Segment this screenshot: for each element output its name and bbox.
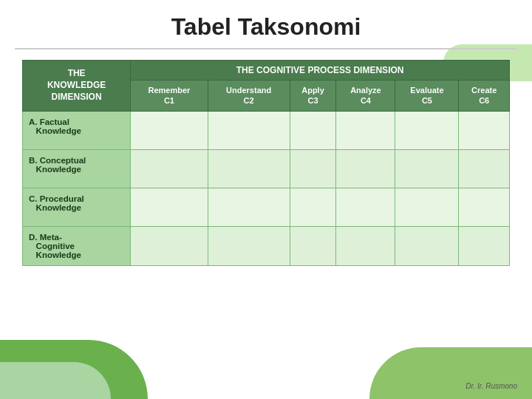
row-label-factual: A. Factual Knowledge xyxy=(23,111,131,149)
cell-c-c4 xyxy=(336,188,395,226)
col-c3-header: ApplyC3 xyxy=(290,81,336,112)
cell-b-c3 xyxy=(290,149,336,188)
col-c2-header: UnderstandC2 xyxy=(208,81,290,112)
row-label-metacognitive: D. Meta- Cognitive Knowledge xyxy=(23,226,131,265)
cell-c-c3 xyxy=(290,188,336,226)
table-wrapper: THEKNOWLEDGEDIMENSION THE COGNITIVE PROC… xyxy=(22,60,510,266)
table-row-conceptual: B. Conceptual Knowledge xyxy=(23,149,510,188)
cell-b-c6 xyxy=(459,149,510,188)
cell-c-c6 xyxy=(459,188,510,226)
cell-c-c2 xyxy=(208,188,290,226)
cell-a-c1 xyxy=(131,111,208,149)
cell-a-c5 xyxy=(395,111,459,149)
table-row-procedural: C. Procedural Knowledge xyxy=(23,188,510,226)
cell-c-c1 xyxy=(131,188,208,226)
cell-a-c3 xyxy=(290,111,336,149)
cell-a-c4 xyxy=(336,111,395,149)
col-c4-header: AnalyzeC4 xyxy=(336,81,395,112)
col-c1-header: RememberC1 xyxy=(131,81,208,112)
cell-b-c5 xyxy=(395,149,459,188)
row-label-procedural: C. Procedural Knowledge xyxy=(23,188,131,226)
taxonomy-table: THEKNOWLEDGEDIMENSION THE COGNITIVE PROC… xyxy=(22,60,510,266)
cell-a-c6 xyxy=(459,111,510,149)
cell-a-c2 xyxy=(208,111,290,149)
table-row-factual: A. Factual Knowledge xyxy=(23,111,510,149)
cell-d-c4 xyxy=(336,226,395,265)
cell-d-c1 xyxy=(131,226,208,265)
cell-d-c5 xyxy=(395,226,459,265)
table-row-metacognitive: D. Meta- Cognitive Knowledge xyxy=(23,226,510,265)
page-title: Tabel Taksonomi xyxy=(171,13,361,41)
page-container: Tabel Taksonomi THEKNOWLEDGEDIMENSION TH… xyxy=(0,0,532,399)
cell-d-c3 xyxy=(290,226,336,265)
knowledge-dimension-header: THEKNOWLEDGEDIMENSION xyxy=(23,61,131,112)
col-c6-header: CreateC6 xyxy=(459,81,510,112)
cell-d-c2 xyxy=(208,226,290,265)
cognitive-process-header: THE COGNITIVE PROCESS DIMENSION xyxy=(131,61,510,81)
col-c5-header: EvaluateC5 xyxy=(395,81,459,112)
row-label-conceptual: B. Conceptual Knowledge xyxy=(23,149,131,188)
cell-d-c6 xyxy=(459,226,510,265)
cell-c-c5 xyxy=(395,188,459,226)
cell-b-c1 xyxy=(131,149,208,188)
cell-b-c4 xyxy=(336,149,395,188)
title-divider xyxy=(15,48,517,50)
cell-b-c2 xyxy=(208,149,290,188)
header-row-1: THEKNOWLEDGEDIMENSION THE COGNITIVE PROC… xyxy=(23,61,510,81)
